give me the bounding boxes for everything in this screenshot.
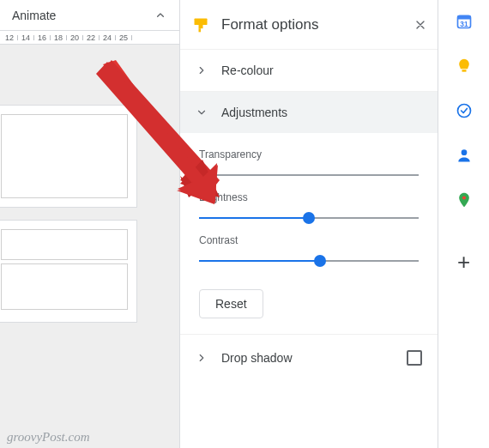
section-recolor: Re-colour [180, 50, 438, 92]
transparency-slider[interactable] [199, 174, 419, 176]
brightness-label: Brightness [199, 191, 419, 203]
transparency-label: Transparency [199, 148, 419, 160]
recolor-label: Re-colour [221, 64, 274, 77]
svg-rect-2 [199, 28, 202, 32]
tasks-icon[interactable] [455, 101, 474, 120]
animate-row[interactable]: Animate [0, 0, 179, 31]
brightness-slider[interactable] [199, 217, 419, 219]
transparency-group: Transparency [199, 148, 419, 176]
contacts-icon[interactable] [455, 146, 474, 165]
contrast-thumb[interactable] [314, 255, 326, 267]
svg-rect-6 [462, 70, 466, 72]
chevron-right-icon [196, 64, 208, 76]
close-icon[interactable] [414, 18, 427, 32]
chevron-up-icon [154, 9, 167, 22]
panel-header: Format options [180, 0, 438, 50]
adjustments-body: Transparency Brightness Contrast [180, 133, 438, 334]
brightness-group: Brightness [199, 191, 419, 219]
svg-point-8 [461, 149, 467, 155]
watermark-text: groovyPost.com [7, 430, 90, 445]
panel-title: Format options [221, 16, 401, 33]
svg-rect-4 [457, 15, 470, 19]
ruler: 1214161820222425 [0, 31, 179, 45]
calendar-icon[interactable]: 31 [455, 12, 474, 31]
chevron-right-icon [196, 352, 208, 364]
brightness-thumb[interactable] [303, 212, 315, 224]
chevron-down-icon [196, 106, 208, 118]
keep-icon[interactable] [455, 57, 474, 76]
format-icon [192, 16, 209, 33]
slide-thumbnail[interactable] [0, 220, 137, 323]
format-options-panel: Format options Re-colour Adjustments Tra… [180, 0, 438, 448]
section-recolor-head[interactable]: Re-colour [180, 50, 438, 91]
section-adjustments: Adjustments Transparency Brightness [180, 92, 438, 335]
side-rail: 31 + [438, 0, 489, 448]
adjustments-label: Adjustments [221, 106, 287, 119]
section-adjustments-head[interactable]: Adjustments [180, 92, 438, 133]
dropshadow-checkbox[interactable] [407, 350, 422, 366]
contrast-fill [199, 260, 320, 262]
reset-button[interactable]: Reset [199, 289, 263, 318]
svg-rect-0 [195, 18, 208, 25]
transparency-thumb[interactable] [193, 169, 205, 181]
contrast-label: Contrast [199, 234, 419, 246]
animate-label: Animate [12, 9, 56, 22]
svg-rect-1 [199, 25, 203, 28]
plus-icon[interactable]: + [455, 252, 474, 271]
contrast-slider[interactable] [199, 260, 419, 262]
slide-thumbnail[interactable] [0, 105, 137, 208]
brightness-fill [199, 217, 309, 219]
dropshadow-label: Drop shadow [221, 351, 293, 365]
maps-icon[interactable] [455, 191, 474, 209]
slide-canvas[interactable] [0, 45, 179, 448]
contrast-group: Contrast [199, 234, 419, 262]
section-dropshadow[interactable]: Drop shadow [180, 335, 438, 381]
svg-text:31: 31 [460, 20, 468, 28]
svg-point-7 [457, 105, 470, 118]
svg-point-9 [462, 196, 465, 199]
